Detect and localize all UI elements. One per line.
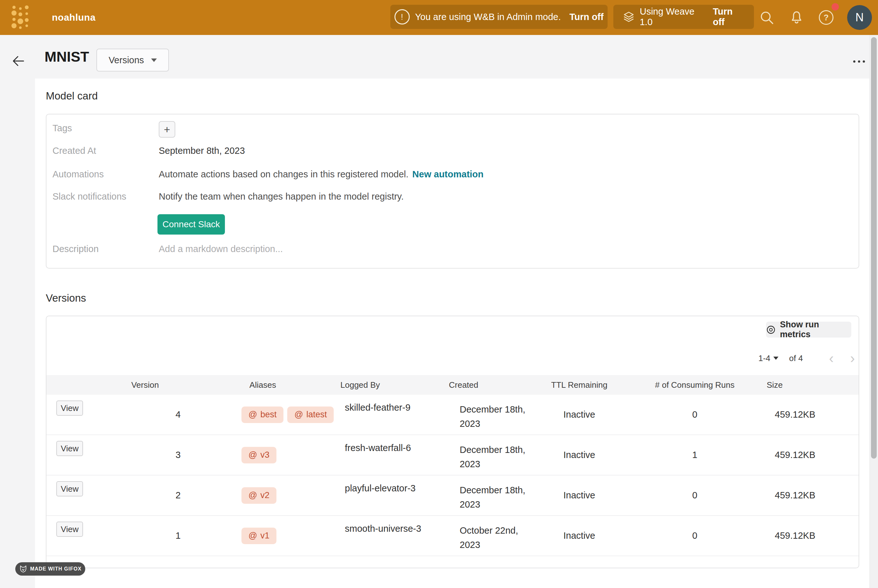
column-header-version: Version: [94, 380, 196, 390]
model-card-panel: Tags + Created At September 8th, 2023 Au…: [46, 114, 859, 268]
user-avatar[interactable]: N: [847, 5, 872, 30]
view-button[interactable]: View: [56, 522, 83, 537]
view-button[interactable]: View: [56, 481, 83, 496]
at-icon: @: [248, 490, 257, 500]
fox-icon: [19, 565, 27, 573]
table-body: View 4 @ best @ latest skilled-feather-9: [47, 395, 859, 556]
automations-label: Automations: [53, 169, 104, 180]
automations-value: Automate actions based on changes in thi…: [159, 169, 484, 180]
pagination: 1-4 of 4 ‹ ›: [758, 352, 855, 364]
at-icon: @: [294, 410, 303, 420]
connect-slack-button[interactable]: Connect Slack: [158, 214, 225, 235]
column-header-consuming-runs: # of Consuming Runs: [625, 380, 764, 390]
chevron-down-icon: [773, 357, 779, 360]
eye-icon: [766, 325, 776, 334]
view-button[interactable]: View: [56, 400, 83, 416]
artifact-size: 459.12KB: [764, 435, 859, 475]
weave-banner: Using Weave 1.0 Turn off: [613, 5, 754, 29]
alias-label: v1: [260, 531, 269, 541]
alias-label: v2: [260, 490, 269, 500]
logged-by-run-link[interactable]: playful-elevator-3: [329, 476, 438, 515]
consuming-runs-count: 0: [625, 395, 764, 435]
search-icon[interactable]: [759, 10, 774, 25]
alias-badge[interactable]: @ v1: [242, 528, 277, 544]
at-icon: @: [248, 531, 257, 541]
at-icon: @: [248, 450, 257, 460]
logged-by-run-link[interactable]: smooth-universe-3: [329, 516, 438, 556]
alias-badge[interactable]: @ latest: [287, 406, 334, 423]
help-icon[interactable]: ?: [819, 10, 833, 25]
ttl-remaining: Inactive: [533, 435, 625, 475]
alias-badge[interactable]: @ v2: [242, 487, 277, 504]
current-user-name: noahluna: [52, 0, 95, 35]
logged-by-run-link[interactable]: fresh-waterfall-6: [329, 435, 438, 475]
weave-turn-off-button[interactable]: Turn off: [713, 6, 744, 27]
aliases-cell: @ best @ latest: [196, 395, 329, 435]
versions-table-panel: Show run metrics 1-4 of 4 ‹ › Version Al…: [46, 316, 859, 568]
alias-badge[interactable]: @ best: [242, 406, 283, 423]
consuming-runs-count: 0: [625, 476, 764, 515]
main-content: Model card Tags + Created At September 8…: [35, 78, 869, 588]
next-page-button[interactable]: ›: [850, 352, 855, 364]
aliases-cell: @ v3: [196, 435, 329, 475]
created-date: December 18th, 2023: [438, 435, 533, 475]
consuming-runs-count: 0: [625, 516, 764, 556]
aliases-cell: @ v1: [196, 516, 329, 556]
add-tag-button[interactable]: +: [159, 121, 175, 138]
admin-mode-banner: ! You are using W&B in Admin mode. Turn …: [390, 5, 607, 29]
view-button[interactable]: View: [56, 441, 83, 456]
page-range-dropdown[interactable]: 1-4: [758, 353, 779, 363]
alias-label: latest: [306, 410, 327, 420]
description-label: Description: [53, 244, 99, 254]
notifications-bell-icon[interactable]: [789, 10, 804, 25]
ttl-remaining: Inactive: [533, 395, 625, 435]
wandb-logo-icon[interactable]: [11, 5, 29, 30]
vertical-scrollbar-track[interactable]: [869, 35, 878, 588]
created-date: October 22nd, 2023: [438, 516, 533, 556]
ttl-remaining: Inactive: [533, 476, 625, 515]
description-placeholder[interactable]: Add a markdown description...: [159, 244, 283, 254]
logged-by-run-link[interactable]: skilled-feather-9: [329, 395, 438, 435]
table-row: View 3 @ v3 fresh-waterfall-6 December 1…: [47, 435, 859, 476]
alias-label: best: [260, 410, 277, 420]
aliases-cell: @ v2: [196, 476, 329, 515]
page-title: MNIST: [45, 35, 89, 78]
alias-label: v3: [260, 450, 269, 460]
admin-banner-text: You are using W&B in Admin mode.: [415, 12, 561, 22]
view-selector-dropdown[interactable]: Versions: [96, 49, 169, 72]
new-automation-link[interactable]: New automation: [412, 169, 484, 179]
notification-dot: [831, 3, 839, 10]
made-with-gifox-badge[interactable]: MADE WITH GIFOX: [15, 562, 85, 576]
top-navigation-bar: noahluna ! You are using W&B in Admin mo…: [0, 0, 878, 35]
table-row: View 1 @ v1 smooth-universe-3 October 22…: [47, 516, 859, 556]
back-arrow-icon[interactable]: [12, 55, 25, 68]
page-range-label: 1-4: [758, 353, 770, 363]
automations-text: Automate actions based on changes in thi…: [159, 169, 409, 179]
consuming-runs-count: 1: [625, 435, 764, 475]
chevron-down-icon: [151, 58, 157, 62]
layers-icon: [623, 10, 634, 23]
wandb-registry-page: noahluna ! You are using W&B in Admin mo…: [0, 0, 878, 588]
alias-badge[interactable]: @ v3: [242, 447, 277, 464]
alert-icon: !: [394, 9, 410, 24]
version-number: 2: [94, 476, 196, 515]
created-at-value: September 8th, 2023: [159, 146, 245, 156]
admin-turn-off-button[interactable]: Turn off: [570, 12, 603, 22]
model-card-heading: Model card: [46, 90, 98, 102]
tags-label: Tags: [53, 123, 72, 134]
show-run-metrics-button[interactable]: Show run metrics: [766, 322, 851, 338]
previous-page-button[interactable]: ‹: [829, 352, 834, 364]
column-header-size: Size: [764, 380, 859, 390]
ttl-remaining: Inactive: [533, 516, 625, 556]
artifact-size: 459.12KB: [764, 516, 859, 556]
versions-heading: Versions: [46, 292, 86, 304]
version-number: 3: [94, 435, 196, 475]
page-header: MNIST Versions: [0, 35, 869, 78]
overflow-menu-button[interactable]: [853, 60, 865, 63]
vertical-scrollbar-thumb[interactable]: [871, 37, 877, 459]
version-number: 4: [94, 395, 196, 435]
view-selector-label: Versions: [108, 55, 144, 66]
column-header-created: Created: [438, 380, 533, 390]
column-header-logged-by: Logged By: [329, 380, 438, 390]
weave-banner-text: Using Weave 1.0: [640, 6, 705, 27]
